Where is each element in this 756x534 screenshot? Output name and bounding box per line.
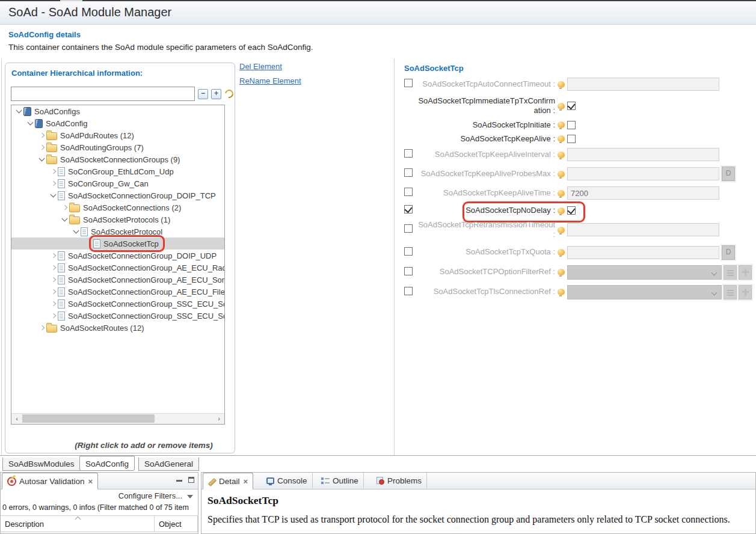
tree-item[interactable]: SoAdSocketConnectionGroup_DOIP_TCP	[11, 189, 224, 201]
chevron-collapsed-icon[interactable]	[38, 143, 46, 152]
tab-autosar-validation[interactable]: Autosar Validation ×	[2, 473, 98, 489]
reference-dropdown[interactable]	[567, 265, 722, 280]
tree-item[interactable]: SoAdSocketConnectionGroup_SSC_ECU_Sd	[11, 298, 224, 310]
form-body: Container Hierarchical information: − + …	[0, 58, 756, 455]
tree-item[interactable]: SoAdSocketConnectionGroup_AE_ECU_Son	[11, 274, 224, 286]
enable-checkbox[interactable]	[404, 188, 413, 196]
chevron-collapsed-icon[interactable]	[61, 203, 69, 212]
tree-item[interactable]: SoAdRoutingGroups (7)	[11, 141, 224, 153]
detail-heading: SoAdSocketTcp	[207, 494, 749, 507]
tree-item[interactable]: SoAdSocketRoutes (12)	[11, 322, 224, 334]
refresh-icon[interactable]	[223, 88, 235, 99]
chevron-expanded-icon[interactable]	[49, 191, 58, 200]
parameter-text-input[interactable]	[567, 78, 719, 91]
parameter-checkbox-checked[interactable]	[567, 206, 576, 215]
tree-item[interactable]: SoAdSocketConnectionGroup_SSC_ECU_Sd	[11, 310, 224, 322]
bulb-icon	[558, 190, 565, 197]
del-element-link[interactable]: Del Element	[239, 62, 301, 71]
reference-dropdown[interactable]	[567, 285, 722, 299]
scroll-right-arrow-icon[interactable]: ›	[215, 415, 223, 422]
enable-checkbox[interactable]	[404, 149, 413, 158]
enable-checkbox[interactable]	[404, 168, 413, 177]
reference-list-button[interactable]	[724, 285, 737, 299]
tree-horizontal-scrollbar[interactable]: ‹›	[11, 413, 224, 424]
reference-list-button[interactable]	[724, 265, 737, 280]
tree-item[interactable]: SoAdSocketConnectionGroup_AE_ECU_FileU	[11, 286, 224, 298]
parameter-text-input[interactable]	[567, 223, 719, 236]
editor-tab-soadconfig[interactable]: SoAdConfig	[79, 456, 135, 471]
tree-item[interactable]: SoConGroup_Gw_Can	[11, 177, 224, 189]
default-value-button[interactable]: D	[722, 245, 735, 260]
rename-element-link[interactable]: ReName Element	[239, 76, 301, 85]
tree-item[interactable]: SoAdSocketConnectionGroup_AE_ECU_Rad	[11, 262, 224, 274]
enable-checkbox[interactable]	[404, 267, 413, 275]
tree-item[interactable]: SoAdSocketConnectionGroups (9)	[11, 153, 224, 165]
enable-checkbox[interactable]	[404, 247, 413, 256]
tab-problems[interactable]: Problems	[371, 473, 427, 488]
tree-item[interactable]: SoAdSocketConnectionGroup_DOIP_UDP	[11, 250, 224, 262]
chevron-collapsed-icon[interactable]	[49, 251, 58, 260]
close-icon[interactable]: ×	[244, 477, 248, 486]
tree-item[interactable]: SoAdSocketProtocols (1)	[11, 213, 224, 226]
close-icon[interactable]: ×	[88, 477, 93, 486]
minimize-icon[interactable]	[176, 480, 182, 482]
chevron-collapsed-icon[interactable]	[49, 275, 58, 284]
tree-item[interactable]: SoAdConfig	[11, 117, 224, 129]
chevron-expanded-icon[interactable]	[38, 155, 46, 164]
enable-checkbox[interactable]	[404, 224, 413, 233]
tab-console[interactable]: Console	[262, 473, 313, 488]
scrollbar-thumb[interactable]	[22, 414, 155, 423]
chevron-expanded-icon[interactable]	[26, 119, 35, 127]
tree-item[interactable]: SoConGroup_EthLdCom_Udp	[11, 165, 224, 177]
chevron-expanded-icon[interactable]	[15, 107, 23, 115]
chevron-collapsed-icon[interactable]	[38, 324, 46, 332]
tree-item-selected[interactable]: SoAdSocketTcp	[11, 238, 224, 250]
parameter-text-input[interactable]	[567, 167, 719, 180]
tree-item-label: SoAdSocketProtocols (1)	[83, 215, 170, 224]
parameter-text-input[interactable]	[567, 186, 719, 200]
editor-tab-soadgeneral[interactable]: SoAdGeneral	[138, 458, 199, 471]
chevron-collapsed-icon[interactable]	[49, 179, 58, 188]
column-object[interactable]: Object	[155, 516, 198, 532]
parameter-checkbox[interactable]	[567, 135, 576, 143]
chevron-collapsed-icon[interactable]	[49, 167, 58, 176]
chevron-expanded-icon[interactable]	[61, 215, 69, 224]
chevron-collapsed-icon[interactable]	[49, 299, 58, 308]
scroll-left-arrow-icon[interactable]: ‹	[13, 415, 20, 422]
enable-checkbox-checked[interactable]	[404, 205, 413, 213]
reference-add-button[interactable]	[739, 265, 752, 280]
column-description[interactable]: Description	[1, 516, 155, 532]
detail-view: Detail×ConsoleOutlineProblems SoAdSocket…	[201, 472, 756, 534]
tree-item[interactable]: SoAdSocketConnections (2)	[11, 201, 224, 213]
parameter-checkbox-checked[interactable]	[567, 102, 576, 110]
chevron-expanded-icon[interactable]	[72, 227, 81, 236]
enable-checkbox[interactable]	[404, 79, 413, 87]
chevron-collapsed-icon[interactable]	[49, 287, 58, 296]
expand-all-icon[interactable]: +	[211, 89, 221, 99]
parameter-checkbox[interactable]	[567, 121, 576, 129]
configure-filters-button[interactable]: Configure Filters...	[118, 491, 182, 500]
parameter-text-input[interactable]	[567, 246, 719, 259]
detail-description: Specifies that TCP is used as transport …	[207, 514, 749, 525]
chevron-collapsed-icon[interactable]	[49, 263, 58, 272]
tree-item[interactable]: SoAdConfigs	[11, 105, 224, 117]
bulb-icon	[558, 249, 565, 256]
tab-label: Problems	[387, 476, 422, 485]
tree-search-input[interactable]	[11, 87, 195, 101]
tree-item[interactable]: SoAdPduRoutes (12)	[11, 129, 224, 141]
enable-checkbox[interactable]	[404, 287, 413, 295]
parameter-text-input[interactable]	[567, 148, 719, 161]
form-row: SoAdSocketTcpAutoConnectTimeout :	[404, 78, 756, 91]
view-menu-icon[interactable]	[187, 495, 193, 499]
tab-outline[interactable]: Outline	[316, 473, 364, 488]
chevron-collapsed-icon[interactable]	[38, 131, 46, 140]
editor-tab-soadbswmodules[interactable]: SoAdBswModules	[2, 458, 81, 471]
doc-icon	[81, 227, 88, 236]
chevron-collapsed-icon[interactable]	[49, 312, 58, 320]
tab-detail[interactable]: Detail×	[203, 473, 253, 489]
collapse-all-icon[interactable]: −	[198, 89, 208, 99]
default-value-button[interactable]: D	[722, 167, 735, 181]
enable-checkbox-cell	[404, 79, 413, 90]
reference-add-button[interactable]	[739, 285, 752, 299]
maximize-icon[interactable]	[188, 477, 194, 483]
